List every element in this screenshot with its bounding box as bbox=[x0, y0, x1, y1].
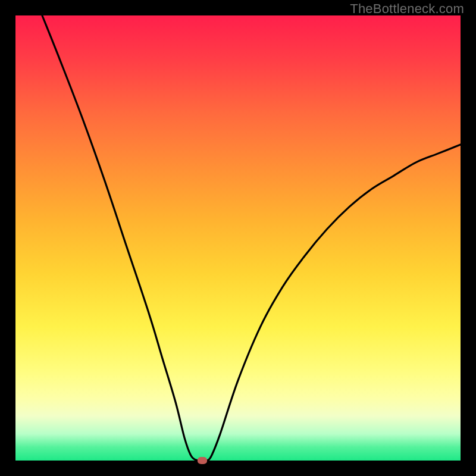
watermark-text: TheBottleneck.com bbox=[350, 1, 464, 17]
chart-plot-area bbox=[15, 15, 461, 461]
bottleneck-curve-svg bbox=[15, 15, 461, 461]
bottleneck-curve-path bbox=[42, 15, 461, 461]
chart-frame: TheBottleneck.com bbox=[0, 0, 476, 476]
optimum-marker bbox=[198, 457, 207, 464]
